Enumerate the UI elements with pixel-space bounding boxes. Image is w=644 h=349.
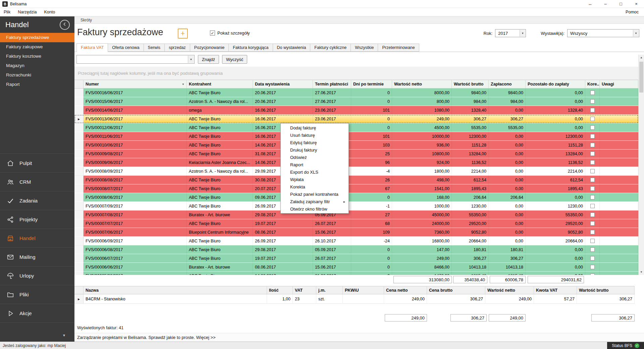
search-combobox[interactable]: ▾	[76, 55, 195, 64]
context-menu-item-drukuj-faktury[interactable]: Drukuj faktury	[281, 146, 348, 154]
tab-faktury-cykliczne[interactable]: Faktury cykliczne	[310, 44, 351, 52]
korekta-checkbox[interactable]	[590, 160, 595, 165]
sidebar-item-faktury-kosztowe[interactable]: Faktury kosztowe	[0, 52, 74, 61]
context-menu-item-dodaj-fakturę[interactable]: Dodaj fakturę	[281, 124, 348, 131]
find-button[interactable]: Znajdź	[198, 55, 219, 64]
sidebar-nav-pulpit[interactable]: Pulpit	[0, 154, 74, 172]
menu-item-narzędzia[interactable]: Narzędzia	[14, 8, 40, 16]
show-details-checkbox[interactable]: ✓ Pokaż szczegóły	[210, 31, 250, 36]
korekta-checkbox[interactable]	[590, 152, 595, 156]
sidebar-nav-crm[interactable]: CRM	[0, 172, 74, 191]
detail-column-header-cena-brutto[interactable]: Cena brutto	[427, 286, 485, 294]
close-button[interactable]: ×	[629, 0, 644, 8]
sidebar-item-faktury-sprzedażowe[interactable]: Faktury sprzedażowe	[0, 33, 74, 42]
invoice-row[interactable]: FVS/00011/06/2017ABC Twoje Biuro16.06.20…	[74, 132, 638, 141]
detail-column-header-vat[interactable]: VAT	[293, 286, 316, 294]
invoice-row[interactable]: FVS/00005/06/2017ABC Twoje Biuro14.06.20…	[74, 272, 638, 275]
korekta-checkbox[interactable]	[590, 247, 595, 252]
menu-item-pomoc[interactable]: Pomoc	[620, 10, 644, 14]
column-header-wartość-brutto[interactable]: Wartość brutto	[452, 80, 489, 89]
menu-item-plik[interactable]: Plik	[0, 8, 14, 16]
detail-column-header-kwota-vat[interactable]: Kwota VAT	[534, 286, 577, 294]
dock-icon[interactable]: ↔	[582, 0, 598, 8]
sidebar-nav-pliki[interactable]: Pliki	[0, 285, 74, 304]
invoice-row[interactable]: FVS/00016/06/2017ABC Twoje Biuro20.06.20…	[74, 89, 638, 97]
sidebar-item-faktury-zakupowe[interactable]: Faktury zakupowe	[0, 42, 74, 52]
tab-oferta-cenowa[interactable]: Oferta cenowa	[108, 44, 144, 52]
shortcuts-tab[interactable]: Skróty	[74, 16, 644, 24]
tab-sprzedaz[interactable]: sprzedaz	[164, 44, 190, 52]
tab-przeterminowane[interactable]: Przeterminowane	[378, 44, 419, 52]
sidebar-nav-handel[interactable]: Handel	[0, 229, 74, 247]
column-header-kontrahent[interactable]: Kontrahent	[187, 80, 253, 89]
sidebar-nav-projekty[interactable]: Projekty	[0, 210, 74, 229]
korekta-checkbox[interactable]	[590, 186, 595, 191]
context-menu-item-usuń-fakturę[interactable]: Usuń fakturę	[281, 131, 348, 139]
detail-column-header-nazwa[interactable]: Nazwa	[84, 286, 267, 294]
invoice-row[interactable]: FVS/00007/07/2017ABC Twoje Biuro19.07.20…	[74, 219, 638, 228]
tab-faktura-korygująca[interactable]: Faktura korygująca	[228, 44, 273, 52]
sidebar-nav-urlopy[interactable]: Urlopy	[0, 266, 74, 285]
invoice-row[interactable]: FVS/00007/09/2017ABC Twoje Biuro26.09.20…	[74, 202, 638, 211]
clear-button[interactable]: Wyczyść	[222, 55, 247, 64]
invoice-row[interactable]: FVS/00006/08/2017ABC Twoje Biuro29.08.20…	[74, 245, 638, 254]
korekta-checkbox[interactable]	[590, 99, 595, 104]
maximize-button[interactable]: □	[613, 0, 629, 8]
tab-wszystkie[interactable]: Wszystkie	[351, 44, 378, 52]
detail-column-header-wartość-netto[interactable]: Wartość netto	[485, 286, 534, 294]
invoice-row[interactable]: FVS/00006/07/2017ABC Twoje Biuro19.07.20…	[74, 254, 638, 263]
context-menu-item-export-do-xls[interactable]: Export do XLS	[281, 168, 348, 176]
korekta-checkbox[interactable]	[590, 239, 595, 243]
tab-do-wystawienia[interactable]: Do wystawienia	[273, 44, 311, 52]
sidebar-item-rozrachunki[interactable]: Rozrachunki	[0, 70, 74, 80]
minimize-button[interactable]: –	[598, 0, 613, 8]
tab-pozycjonowanie[interactable]: Pozycjonowanie	[190, 44, 229, 52]
korekta-checkbox[interactable]	[590, 204, 595, 208]
korekta-checkbox[interactable]	[590, 265, 595, 269]
invoice-row[interactable]: FVS/00009/08/2017ABC Twoje Biuro31.08.20…	[74, 150, 638, 158]
detail-column-header-pkwiu[interactable]: PKWiU	[343, 286, 384, 294]
context-menu-item-edytuj-fakturę[interactable]: Edytuj fakturę	[281, 139, 348, 146]
detail-row[interactable]: ▸B4CRM - Stanowisko1,0023szt.249,00306,2…	[74, 294, 635, 304]
detail-column-header-cena-netto[interactable]: Cena netto	[384, 286, 427, 294]
column-header-dni-po-terminie[interactable]: Dni po terminie	[351, 80, 392, 89]
korekta-checkbox[interactable]	[590, 134, 595, 138]
invoice-row[interactable]: FVS/00006/06/2017Biuratex - Art. biurowe…	[74, 263, 638, 272]
vertical-scrollbar[interactable]: ▲ ▼	[638, 55, 644, 275]
invoice-row[interactable]: FVS/00010/06/2017ABC Twoje Biuro14.06.20…	[74, 141, 638, 150]
menu-item-konto[interactable]: Konto	[40, 8, 59, 16]
korekta-checkbox[interactable]	[590, 195, 595, 199]
invoice-row[interactable]: FVS/00006/09/2017ABC Twoje Biuro26.09.20…	[74, 237, 638, 245]
sidebar-item-magazyn[interactable]: Magazyn	[0, 61, 74, 70]
tab-faktura-vat[interactable]: Faktura VAT	[76, 43, 108, 52]
korekta-checkbox[interactable]	[590, 117, 595, 121]
column-header-uwagi[interactable]: Uwagi	[600, 80, 638, 89]
column-header-data-wystawienia[interactable]: Data wystawienia	[253, 80, 313, 89]
sidebar-item-raport[interactable]: Raport	[0, 80, 74, 89]
korekta-checkbox[interactable]	[590, 178, 595, 182]
column-header-kore[interactable]: Kore...	[585, 80, 600, 89]
promo-link[interactable]: Zarządzanie projektami w Belisama. Spraw…	[74, 333, 644, 342]
context-menu-item-odśwież[interactable]: Odśwież	[281, 154, 348, 161]
invoice-row[interactable]: FVS/00015/06/2017Azotron S. A. - Nawozy …	[74, 97, 638, 106]
column-header-zapłacono[interactable]: Zapłacono	[489, 80, 526, 89]
korekta-checkbox[interactable]	[590, 108, 595, 112]
invoice-row[interactable]: FVS/00008/06/2017ABC Twoje Biuro09.06.20…	[74, 193, 638, 202]
context-menu-item-korekta[interactable]: Korekta	[281, 183, 348, 190]
context-menu-item-załaduj-zapisany-filtr[interactable]: Załaduj zapisany filtr▸	[281, 198, 348, 205]
invoice-row[interactable]: FVS/00008/09/2017Azotron S. A. - Nawozy …	[74, 167, 638, 176]
context-menu-item-wpłata[interactable]: Wpłata	[281, 176, 348, 183]
context-menu-item-otwórz-okno-filtrów[interactable]: Otwórz okno filtrów	[281, 205, 348, 213]
korekta-checkbox[interactable]	[590, 256, 595, 260]
detail-column-header-ilość[interactable]: Ilość	[267, 286, 293, 294]
detail-column-header-j-m[interactable]: j.m.	[316, 286, 343, 294]
sidebar-nav-mailing[interactable]: Mailing	[0, 247, 74, 266]
korekta-checkbox[interactable]	[590, 221, 595, 226]
detail-column-header-wartość-brutto[interactable]: Wartość brutto	[577, 286, 635, 294]
year-select[interactable]: 2017 ▾	[495, 29, 526, 37]
tab-serwis[interactable]: Serwis	[144, 44, 165, 52]
chevron-down-icon[interactable]: ▾	[63, 333, 65, 338]
invoice-row[interactable]: FVS/00007/08/2017Biuratex - Art. biurowe…	[74, 211, 638, 219]
scroll-up-icon[interactable]: ▲	[639, 55, 644, 60]
column-header-termin-płatności[interactable]: Termin płatności	[313, 80, 351, 89]
